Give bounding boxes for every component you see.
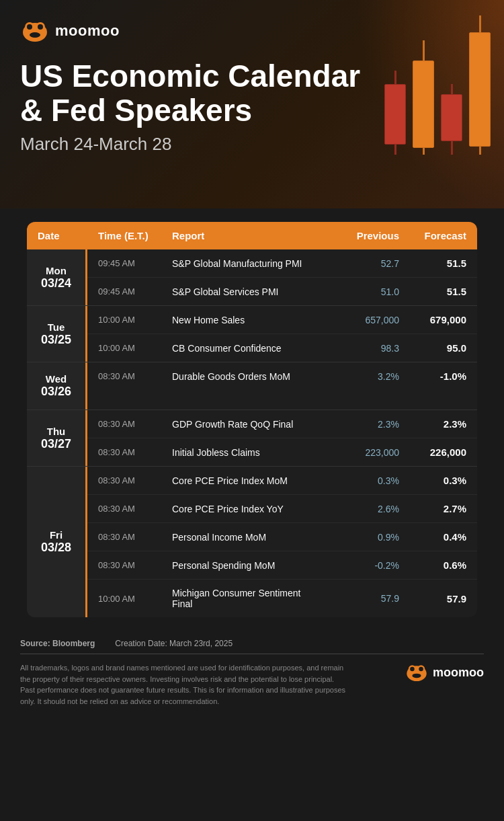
day-name-2: Wed bbox=[46, 373, 67, 385]
source-label: Source: Bloomberg bbox=[20, 639, 95, 648]
table-header: Date Time (E.T.) Report Previous Forecas… bbox=[27, 222, 477, 249]
day-rows-0: 09:45 AM S&P Global Manufacturing PMI 52… bbox=[87, 249, 477, 305]
cell-previous-4-0: 0.3% bbox=[325, 475, 399, 486]
cell-forecast-3-1: 226,000 bbox=[399, 446, 466, 458]
table-row: 09:45 AM S&P Global Manufacturing PMI 52… bbox=[87, 249, 477, 278]
cell-time-1-0: 10:00 AM bbox=[98, 315, 172, 325]
cell-time-4-0: 08:30 AM bbox=[98, 475, 172, 485]
table-row: 10:00 AM New Home Sales 657,000 679,000 bbox=[87, 306, 477, 334]
day-name-4: Fri bbox=[50, 529, 62, 541]
source-line: Source: Bloomberg Creation Date: March 2… bbox=[20, 639, 484, 648]
candles-decoration bbox=[384, 7, 491, 155]
cell-previous-4-4: 57.9 bbox=[325, 593, 399, 604]
cell-previous-4-2: 0.9% bbox=[325, 532, 399, 543]
cell-report-4-0: Core PCE Price Index MoM bbox=[172, 475, 325, 486]
col-time: Time (E.T.) bbox=[98, 230, 172, 241]
table-row: 08:30 AM Core PCE Price Index YoY 2.6% 2… bbox=[87, 495, 477, 523]
cell-report-4-2: Personal Income MoM bbox=[172, 532, 325, 543]
cell-time-4-3: 08:30 AM bbox=[98, 560, 172, 570]
day-date-0: 03/24 bbox=[41, 276, 71, 290]
col-date: Date bbox=[38, 230, 98, 241]
page-title: US Economic Calendar & Fed Speakers bbox=[20, 59, 370, 127]
footer-bottom: All trademarks, logos and brand names me… bbox=[20, 662, 484, 707]
cell-forecast-2-0: -1.0% bbox=[399, 370, 466, 382]
cell-time-4-1: 08:30 AM bbox=[98, 504, 172, 514]
day-group-03-24: Mon 03/24 09:45 AM S&P Global Manufactur… bbox=[27, 249, 477, 306]
logo-text: moomoo bbox=[55, 22, 120, 40]
cell-previous-4-1: 2.6% bbox=[325, 504, 399, 514]
col-previous: Previous bbox=[325, 230, 399, 241]
cell-time-0-1: 09:45 AM bbox=[98, 286, 172, 297]
cell-time-2-0: 08:30 AM bbox=[98, 371, 172, 381]
col-forecast: Forecast bbox=[399, 230, 466, 241]
table-body: Mon 03/24 09:45 AM S&P Global Manufactur… bbox=[27, 249, 477, 617]
day-group-03-28: Fri 03/28 08:30 AM Core PCE Price Index … bbox=[27, 467, 477, 617]
cell-report-2-0: Durable Goods Orders MoM bbox=[172, 371, 325, 382]
table-row: 08:30 AM Initial Jobless Claims 223,000 … bbox=[87, 438, 477, 466]
cell-report-3-0: GDP Growth Rate QoQ Final bbox=[172, 419, 325, 430]
cell-previous-1-1: 98.3 bbox=[325, 343, 399, 354]
cell-forecast-4-4: 57.9 bbox=[399, 593, 466, 604]
day-group-03-25: Tue 03/25 10:00 AM New Home Sales 657,00… bbox=[27, 306, 477, 362]
cell-forecast-4-1: 2.7% bbox=[399, 503, 466, 514]
day-date-4: 03/28 bbox=[41, 541, 71, 555]
table-row: 08:30 AM Durable Goods Orders MoM 3.2% -… bbox=[87, 362, 477, 390]
cell-report-4-4: Michigan Consumer Sentiment Final bbox=[172, 588, 325, 609]
cell-forecast-4-2: 0.4% bbox=[399, 531, 466, 543]
footer-section: Source: Bloomberg Creation Date: March 2… bbox=[0, 631, 504, 720]
day-label-0: Mon 03/24 bbox=[27, 249, 87, 305]
footer-logo: moomoo bbox=[405, 662, 484, 682]
svg-point-11 bbox=[412, 674, 421, 678]
svg-point-9 bbox=[410, 667, 415, 672]
candle-2 bbox=[413, 40, 434, 155]
cell-forecast-4-0: 0.3% bbox=[399, 475, 466, 486]
day-group-03-26: Wed 03/26 08:30 AM Durable Goods Orders … bbox=[27, 362, 477, 410]
moomoo-logo-icon bbox=[20, 19, 50, 43]
table-row: 08:30 AM GDP Growth Rate QoQ Final 2.3% … bbox=[87, 410, 477, 438]
cell-forecast-4-3: 0.6% bbox=[399, 559, 466, 571]
day-rows-1: 10:00 AM New Home Sales 657,000 679,000 … bbox=[87, 306, 477, 362]
table-row: 08:30 AM Core PCE Price Index MoM 0.3% 0… bbox=[87, 467, 477, 495]
cell-forecast-0-0: 51.5 bbox=[399, 258, 466, 269]
svg-point-10 bbox=[419, 667, 423, 672]
cell-previous-3-0: 2.3% bbox=[325, 419, 399, 430]
cell-time-3-0: 08:30 AM bbox=[98, 419, 172, 429]
cell-previous-0-0: 52.7 bbox=[325, 258, 399, 269]
candle-4 bbox=[469, 15, 491, 155]
day-rows-3: 08:30 AM GDP Growth Rate QoQ Final 2.3% … bbox=[87, 410, 477, 466]
economic-calendar-table: Date Time (E.T.) Report Previous Forecas… bbox=[27, 222, 477, 617]
cell-report-4-3: Personal Spending MoM bbox=[172, 560, 325, 571]
day-label-2: Wed 03/26 bbox=[27, 362, 87, 409]
disclaimer-text: All trademarks, logos and brand names me… bbox=[20, 662, 349, 707]
cell-forecast-1-0: 679,000 bbox=[399, 314, 466, 325]
cell-report-0-0: S&P Global Manufacturing PMI bbox=[172, 258, 325, 269]
table-row: 09:45 AM S&P Global Services PMI 51.0 51… bbox=[87, 278, 477, 305]
svg-point-5 bbox=[30, 32, 40, 38]
cell-time-0-0: 09:45 AM bbox=[98, 258, 172, 268]
day-name-3: Thu bbox=[47, 426, 66, 437]
day-group-03-27: Thu 03/27 08:30 AM GDP Growth Rate QoQ F… bbox=[27, 410, 477, 467]
creation-label: Creation Date: March 23rd, 2025 bbox=[115, 639, 233, 648]
cell-time-3-1: 08:30 AM bbox=[98, 447, 172, 457]
cell-time-1-1: 10:00 AM bbox=[98, 343, 172, 353]
cell-report-4-1: Core PCE Price Index YoY bbox=[172, 504, 325, 514]
day-label-3: Thu 03/27 bbox=[27, 410, 87, 466]
table-row: 08:30 AM Personal Income MoM 0.9% 0.4% bbox=[87, 523, 477, 551]
table-row: 08:30 AM Personal Spending MoM -0.2% 0.6… bbox=[87, 551, 477, 580]
candle-3 bbox=[441, 84, 462, 155]
day-label-4: Fri 03/28 bbox=[27, 467, 87, 617]
footer-logo-icon bbox=[405, 662, 429, 682]
cell-report-3-1: Initial Jobless Claims bbox=[172, 447, 325, 458]
day-name-1: Tue bbox=[48, 321, 65, 333]
svg-point-4 bbox=[38, 24, 43, 30]
day-date-3: 03/27 bbox=[41, 437, 71, 451]
cell-report-1-0: New Home Sales bbox=[172, 315, 325, 325]
footer-logo-text: moomoo bbox=[433, 666, 484, 680]
cell-forecast-1-1: 95.0 bbox=[399, 342, 466, 354]
cell-previous-0-1: 51.0 bbox=[325, 286, 399, 297]
candle-1 bbox=[384, 71, 406, 155]
cell-forecast-3-0: 2.3% bbox=[399, 418, 466, 430]
day-name-0: Mon bbox=[46, 265, 67, 276]
cell-report-1-1: CB Consumer Confidence bbox=[172, 343, 325, 354]
svg-point-3 bbox=[27, 24, 32, 30]
